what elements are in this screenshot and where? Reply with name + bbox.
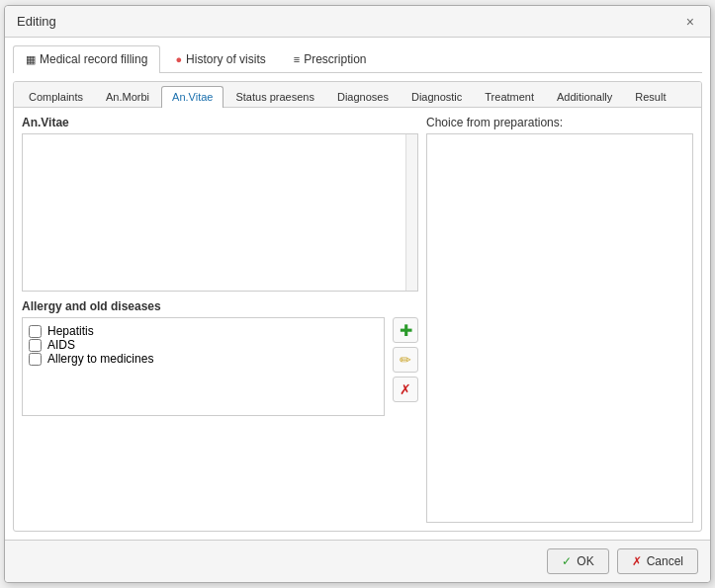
tab-prescription-label: Prescription [304, 52, 366, 66]
allergy-row: Hepatitis AIDS Allergy to medicines [22, 317, 418, 416]
scrollbar[interactable] [405, 134, 417, 291]
tab-an-morbi[interactable]: An.Morbi [95, 86, 160, 107]
dialog-body: ▦ Medical record filling ● History of vi… [5, 38, 710, 540]
allergy-section: Allergy and old diseases Hepatitis AIDS [22, 299, 418, 416]
allergy-aids-label: AIDS [47, 338, 75, 352]
tab-complaints[interactable]: Complaints [18, 86, 94, 107]
dialog-footer: ✓ OK ✗ Cancel [5, 540, 710, 582]
allergy-medicines-label: Allergy to medicines [47, 352, 153, 366]
tab-an-vitae[interactable]: An.Vitae [161, 86, 223, 108]
cancel-icon: ✗ [632, 554, 642, 568]
allergy-list: Hepatitis AIDS Allergy to medicines [22, 317, 385, 416]
edit-allergy-button[interactable]: ✏ [393, 347, 418, 373]
tab-history-visits-label: History of visits [186, 52, 266, 66]
main-panel: Complaints An.Morbi An.Vitae Status prae… [13, 81, 702, 532]
inner-tabs: Complaints An.Morbi An.Vitae Status prae… [14, 82, 701, 108]
tab-additionally[interactable]: Additionally [546, 86, 623, 107]
choice-area [426, 133, 693, 523]
left-panel: An.Vitae Allergy and old diseases [22, 116, 418, 523]
tab-status-praesens[interactable]: Status praesens [224, 86, 325, 107]
tab-treatment[interactable]: Treatment [474, 86, 545, 107]
editing-dialog: Editing × ▦ Medical record filling ● His… [4, 5, 711, 583]
allergy-item-aids: AIDS [29, 338, 378, 352]
an-vitae-title: An.Vitae [22, 116, 418, 129]
tab-medical-record[interactable]: ▦ Medical record filling [13, 45, 160, 73]
close-button[interactable]: × [682, 15, 698, 29]
panel-content: An.Vitae Allergy and old diseases [14, 108, 701, 531]
dialog-title: Editing [17, 14, 56, 29]
right-panel: Choice from preparations: [426, 116, 693, 523]
titlebar: Editing × [5, 6, 710, 38]
choice-label: Choice from preparations: [426, 116, 693, 129]
allergy-item-allergy-medicines: Allergy to medicines [29, 352, 378, 366]
ok-button[interactable]: ✓ OK [547, 548, 608, 574]
checkbox-aids[interactable] [29, 339, 42, 352]
tab-diagnostic[interactable]: Diagnostic [401, 86, 473, 107]
tab-result[interactable]: Result [624, 86, 676, 107]
add-icon: ✚ [400, 321, 412, 340]
allergy-buttons: ✚ ✏ ✗ [393, 317, 418, 402]
an-vitae-textarea-wrapper [22, 133, 418, 292]
allergy-item-hepatitis: Hepatitis [29, 324, 378, 338]
cancel-button[interactable]: ✗ Cancel [617, 548, 698, 574]
top-tabs: ▦ Medical record filling ● History of vi… [13, 45, 702, 73]
history-visits-icon: ● [175, 53, 182, 65]
edit-icon: ✏ [400, 352, 411, 368]
prescription-icon: ≡ [294, 53, 300, 65]
tab-medical-record-label: Medical record filling [40, 52, 147, 66]
allergy-hepatitis-label: Hepatitis [47, 324, 94, 338]
medical-record-icon: ▦ [26, 53, 36, 66]
tab-diagnoses[interactable]: Diagnoses [326, 86, 400, 107]
delete-allergy-button[interactable]: ✗ [393, 377, 418, 402]
tab-history-visits[interactable]: ● History of visits [162, 45, 278, 72]
checkbox-allergy-medicines[interactable] [29, 353, 42, 366]
checkbox-hepatitis[interactable] [29, 325, 42, 338]
an-vitae-section: An.Vitae [22, 116, 418, 292]
allergy-title: Allergy and old diseases [22, 299, 418, 313]
delete-icon: ✗ [400, 381, 411, 397]
cancel-label: Cancel [647, 554, 683, 568]
tab-prescription[interactable]: ≡ Prescription [281, 45, 380, 72]
add-allergy-button[interactable]: ✚ [393, 317, 418, 343]
ok-label: OK [577, 554, 593, 568]
ok-icon: ✓ [562, 554, 572, 568]
an-vitae-textarea[interactable] [23, 134, 417, 170]
